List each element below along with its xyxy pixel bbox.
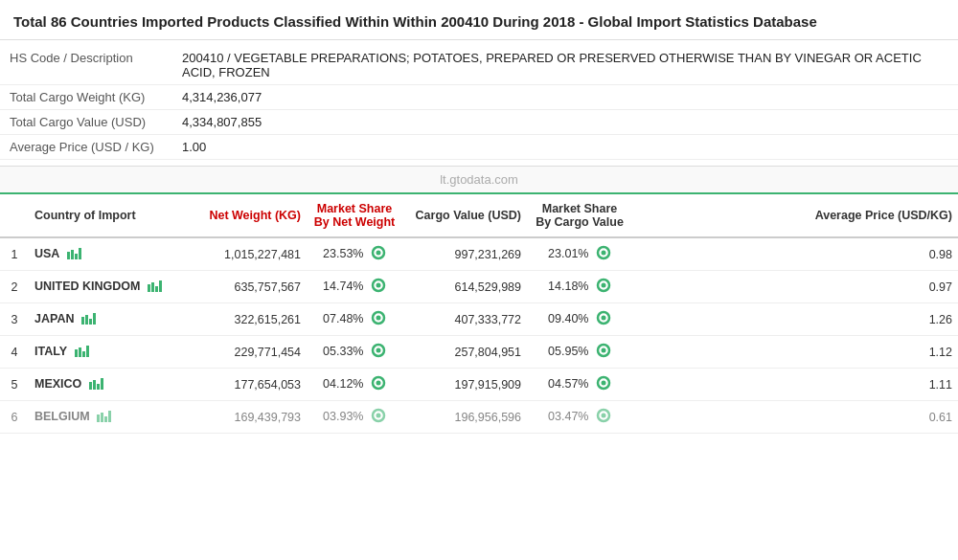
svg-point-39 — [601, 381, 605, 386]
header-section: Total 86 Countries Imported Products Cla… — [0, 0, 958, 40]
donut-icon-cv[interactable] — [596, 278, 611, 296]
svg-rect-43 — [108, 411, 111, 422]
avg-price-cell: 1.26 — [632, 303, 958, 336]
info-value: 4,314,236,077 — [172, 85, 958, 110]
market-share-cv-cell: 05.95% — [527, 336, 632, 369]
col-num — [0, 194, 29, 237]
donut-icon-cv[interactable] — [596, 245, 611, 263]
market-share-cv-cell: 23.01% — [527, 237, 632, 271]
svg-point-7 — [601, 251, 605, 256]
table-row: 5 MEXICO 177,654,053 04.12% 197,915,909 … — [0, 369, 958, 401]
country-name: USA — [34, 247, 59, 260]
svg-point-5 — [376, 251, 380, 256]
svg-rect-40 — [97, 414, 100, 422]
svg-point-29 — [376, 348, 380, 353]
market-share-nw-cell: 07.48% — [307, 303, 402, 336]
avg-price-cell: 1.11 — [632, 369, 958, 401]
info-label: Total Cargo Weight (KG) — [0, 85, 172, 110]
svg-rect-26 — [82, 351, 85, 357]
table-row: 4 ITALY 229,771,454 05.33% 257,804,951 0… — [0, 336, 958, 369]
col-net-weight: Net Weight (KG) — [182, 194, 307, 237]
svg-rect-10 — [155, 286, 158, 292]
donut-icon-cv[interactable] — [596, 408, 611, 426]
svg-point-37 — [376, 381, 380, 386]
country-cell: JAPAN — [29, 303, 182, 336]
donut-icon-cv[interactable] — [596, 310, 611, 328]
bar-chart-icon[interactable] — [81, 313, 97, 326]
title-bold: Total 86 Countries Imported Products Cla… — [13, 13, 575, 30]
row-number: 2 — [0, 271, 29, 303]
cargo-value-cell: 614,529,989 — [402, 271, 527, 303]
market-share-cv-cell: 09.40% — [527, 303, 632, 336]
svg-rect-17 — [85, 315, 88, 325]
row-number: 3 — [0, 303, 29, 336]
market-share-cv-cell: 14.18% — [527, 271, 632, 303]
donut-icon-nw[interactable] — [371, 245, 386, 263]
svg-rect-2 — [75, 254, 78, 259]
info-label: Average Price (USD / KG) — [0, 135, 172, 160]
market-share-nw-cell: 03.93% — [307, 401, 402, 434]
svg-rect-9 — [151, 282, 154, 292]
svg-rect-34 — [97, 384, 100, 390]
market-share-nw-cell: 04.12% — [307, 369, 402, 401]
svg-rect-33 — [93, 380, 96, 390]
bar-chart-icon[interactable] — [89, 378, 104, 392]
avg-price-cell: 0.97 — [632, 271, 958, 303]
net-weight-cell: 177,654,053 — [182, 369, 307, 401]
row-number: 1 — [0, 237, 29, 271]
donut-icon-nw[interactable] — [371, 278, 386, 296]
row-number: 6 — [0, 401, 29, 434]
market-share-nw-cell: 14.74% — [307, 271, 402, 303]
donut-icon-cv[interactable] — [596, 375, 611, 393]
bar-chart-icon[interactable] — [67, 248, 82, 261]
svg-rect-1 — [71, 250, 74, 259]
svg-rect-19 — [93, 313, 96, 325]
svg-point-15 — [601, 283, 605, 288]
donut-icon-nw[interactable] — [371, 375, 386, 393]
country-name: BELGIUM — [34, 410, 90, 423]
net-weight-cell: 322,615,261 — [182, 303, 307, 336]
svg-point-13 — [376, 283, 380, 288]
row-number: 5 — [0, 369, 29, 401]
market-share-nw-cell: 05.33% — [307, 336, 402, 369]
info-row: Total Cargo Value (USD) 4,334,807,855 — [0, 110, 958, 135]
country-name: UNITED KINGDOM — [34, 280, 140, 293]
avg-price-cell: 0.61 — [632, 401, 958, 434]
cargo-value-cell: 257,804,951 — [402, 336, 527, 369]
cargo-value-cell: 196,956,596 — [402, 401, 527, 434]
donut-icon-nw[interactable] — [371, 343, 386, 361]
avg-price-cell: 1.12 — [632, 336, 958, 369]
bar-chart-icon[interactable] — [148, 280, 163, 294]
svg-rect-27 — [86, 346, 89, 357]
bar-chart-icon[interactable] — [97, 411, 112, 424]
donut-icon-nw[interactable] — [371, 408, 386, 426]
info-row: Total Cargo Weight (KG) 4,314,236,077 — [0, 85, 958, 110]
svg-rect-0 — [67, 252, 70, 259]
svg-rect-18 — [89, 319, 92, 325]
info-row: HS Code / Description 200410 / VEGETABLE… — [0, 46, 958, 85]
table-row: 3 JAPAN 322,615,261 07.48% 407,333,772 0… — [0, 303, 958, 336]
donut-icon-nw[interactable] — [371, 310, 386, 328]
country-name: MEXICO — [34, 377, 81, 391]
bar-chart-icon[interactable] — [75, 346, 90, 359]
donut-icon-cv[interactable] — [596, 343, 611, 361]
watermark: lt.gtodata.com — [0, 166, 958, 194]
table-row: 6 BELGIUM 169,439,793 03.93% 196,956,596… — [0, 401, 958, 434]
country-name: JAPAN — [34, 312, 74, 325]
svg-rect-11 — [159, 280, 162, 292]
svg-rect-25 — [79, 347, 81, 357]
info-value: 200410 / VEGETABLE PREPARATIONS; POTATOE… — [172, 46, 958, 85]
row-number: 4 — [0, 336, 29, 369]
country-cell: UNITED KINGDOM — [29, 271, 182, 303]
svg-rect-24 — [75, 349, 78, 357]
net-weight-cell: 229,771,454 — [182, 336, 307, 369]
info-label: Total Cargo Value (USD) — [0, 110, 172, 135]
svg-rect-16 — [81, 317, 84, 325]
col-cargo-value: Cargo Value (USD) — [402, 194, 527, 237]
country-cell: BELGIUM — [29, 401, 182, 434]
net-weight-cell: 169,439,793 — [182, 401, 307, 434]
country-cell: ITALY — [29, 336, 182, 369]
table-row: 2 UNITED KINGDOM 635,757,567 14.74% 614,… — [0, 271, 958, 303]
svg-rect-3 — [79, 248, 81, 259]
info-value: 1.00 — [172, 135, 958, 160]
